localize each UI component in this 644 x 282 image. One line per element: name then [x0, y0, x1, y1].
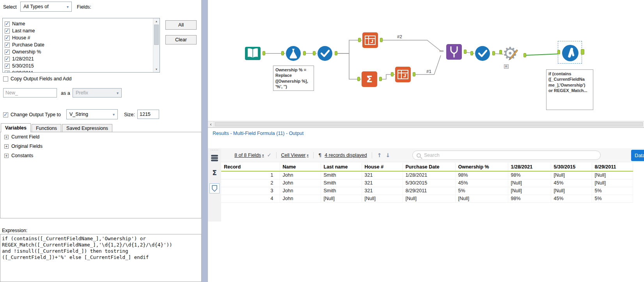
output-anchor[interactable]: [379, 77, 382, 81]
column-header[interactable]: 5/30/2015: [551, 163, 592, 171]
input-anchor[interactable]: [470, 51, 473, 55]
input-anchor[interactable]: [358, 38, 361, 42]
union-tool[interactable]: ›››: [446, 44, 462, 60]
crosstab-tool-bottom[interactable]: [395, 66, 411, 83]
summarize-tool[interactable]: Σ: [361, 71, 378, 87]
scrollbar-thumb[interactable]: [154, 25, 159, 45]
input-anchor[interactable]: [499, 50, 502, 54]
data-button[interactable]: Data: [631, 150, 644, 161]
drag-handle-dots[interactable]: ·····: [208, 149, 221, 152]
formula-tool[interactable]: [285, 45, 302, 62]
output-anchor[interactable]: [413, 72, 415, 76]
tree-item-original-fields[interactable]: + Original Fields: [0, 142, 201, 151]
table-row[interactable]: 1 John Smith 321 1/28/2021 98% 98% [Null…: [221, 171, 633, 179]
fields-dropdown[interactable]: 8 of 8 Fields ▾: [234, 153, 264, 158]
field-list-item[interactable]: House #: [3, 34, 160, 41]
checkbox-checked-icon[interactable]: [5, 50, 10, 55]
input-data-tool[interactable]: [245, 45, 261, 62]
metadata-tag-icon[interactable]: [209, 183, 220, 193]
select-check-tool-2[interactable]: [474, 45, 491, 62]
table-view-icon[interactable]: [209, 153, 220, 163]
column-header[interactable]: 1/28/2021: [508, 163, 551, 171]
output-anchor[interactable]: [492, 51, 495, 55]
column-header[interactable]: Last name: [321, 163, 362, 171]
vertical-splitter[interactable]: [202, 0, 208, 282]
search-input[interactable]: [424, 153, 596, 158]
expand-icon[interactable]: +: [4, 154, 9, 158]
tree-item-current-field[interactable]: + Current Field: [0, 132, 201, 142]
type-filter-dropdown[interactable]: All Types of ▾: [20, 2, 72, 12]
scrollbar-thumb[interactable]: [215, 122, 643, 126]
input-anchor[interactable]: [391, 72, 394, 76]
book-icon: [245, 45, 261, 62]
workflow-canvas[interactable]: Σ ››› ⚙: [208, 0, 644, 121]
expression-editor[interactable]: if (contains([_CurrentFieldName_],'Owner…: [0, 234, 202, 282]
canvas-horizontal-scrollbar[interactable]: ‹: [208, 121, 644, 127]
mff-annotation[interactable]: if (contains ([_CurrentFieldNa me_],'Own…: [546, 69, 593, 110]
input-anchor[interactable]: [357, 77, 360, 81]
formula-annotation[interactable]: Ownership % = Replace ([Ownership %], '%…: [273, 66, 314, 91]
tree-item-constants[interactable]: + Constants: [0, 151, 201, 160]
column-header[interactable]: Ownership %: [455, 163, 508, 171]
down-arrow-icon[interactable]: ↓: [385, 152, 390, 158]
prefix-text-input[interactable]: [3, 88, 57, 98]
pilcrow-icon[interactable]: ¶: [318, 152, 321, 158]
copy-output-checkbox[interactable]: [3, 76, 8, 82]
output-type-dropdown[interactable]: V_String ▾: [66, 109, 118, 119]
output-anchor[interactable]: [581, 49, 584, 55]
output-anchor[interactable]: [335, 51, 337, 55]
field-list-item[interactable]: 5/30/2015: [3, 62, 160, 69]
output-anchor[interactable]: [303, 51, 306, 55]
multi-field-formula-tool[interactable]: [561, 44, 579, 62]
output-anchor[interactable]: [523, 53, 526, 57]
field-list-item[interactable]: Last name: [3, 27, 160, 34]
input-anchor[interactable]: [281, 51, 284, 55]
cell-viewer-dropdown[interactable]: Cell Viewer ▾: [281, 153, 309, 158]
checkbox-checked-icon[interactable]: [5, 64, 10, 69]
input-anchor[interactable]: [557, 50, 560, 54]
column-header[interactable]: Purchase Date: [403, 163, 455, 171]
profile-sigma-icon[interactable]: Σ: [209, 168, 220, 178]
select-check-tool-1[interactable]: [317, 45, 333, 62]
table-row[interactable]: 3 John Smith 321 8/29/2011 5% [Null] [Nu…: [221, 187, 633, 195]
output-anchor[interactable]: [380, 38, 383, 42]
cell: John: [280, 171, 321, 179]
change-output-type-checkbox[interactable]: [3, 112, 8, 117]
tab-functions[interactable]: Functions: [32, 124, 61, 132]
column-header[interactable]: Record: [221, 163, 280, 171]
output-anchor[interactable]: [263, 51, 265, 55]
field-list-item[interactable]: Name: [3, 20, 160, 27]
up-arrow-icon[interactable]: ↑: [377, 152, 382, 158]
column-header[interactable]: 8/29/2011: [592, 163, 633, 171]
crosstab-tool-top[interactable]: [362, 32, 378, 48]
field-list-item[interactable]: 1/28/2021: [3, 55, 160, 62]
field-list-item[interactable]: Purchase Date: [3, 41, 160, 48]
clear-button[interactable]: Clear: [165, 35, 197, 44]
column-header[interactable]: Name: [280, 163, 321, 171]
list-scrollbar[interactable]: ▴ ▾: [153, 18, 160, 72]
expand-icon[interactable]: +: [4, 135, 9, 139]
checkbox-checked-icon[interactable]: [5, 35, 10, 41]
tab-variables[interactable]: Variables: [1, 123, 31, 132]
checkbox-checked-icon[interactable]: [5, 71, 10, 73]
all-button[interactable]: All: [165, 20, 197, 30]
checkbox-checked-icon[interactable]: [5, 21, 10, 27]
column-header[interactable]: House #: [362, 163, 403, 171]
scroll-left-icon[interactable]: ‹: [208, 121, 214, 127]
size-input[interactable]: [137, 110, 159, 119]
tab-saved-expressions[interactable]: Saved Expressions: [62, 124, 112, 132]
checkbox-checked-icon[interactable]: [5, 57, 10, 62]
input-anchor[interactable]: [313, 51, 316, 55]
field-list-item[interactable]: Ownership %: [3, 48, 160, 55]
checkbox-checked-icon[interactable]: [5, 28, 10, 34]
output-anchor[interactable]: [464, 50, 467, 54]
checkbox-checked-icon[interactable]: [5, 43, 10, 48]
table-row[interactable]: 2 John Smith 321 5/30/2015 45% [Null] 45…: [221, 179, 633, 187]
expand-icon[interactable]: +: [4, 144, 9, 149]
scroll-down-icon[interactable]: ▾: [153, 66, 160, 72]
table-row[interactable]: 4 John [Null] [Null] [Null] [Null] 98% 4…: [221, 195, 633, 202]
apply-check-icon[interactable]: ✓: [267, 152, 271, 158]
field-list-item[interactable]: 8/29/2011: [3, 69, 160, 73]
gear-pencil-tool[interactable]: ⚙ R: [503, 46, 522, 65]
scroll-up-icon[interactable]: ▴: [153, 18, 160, 24]
